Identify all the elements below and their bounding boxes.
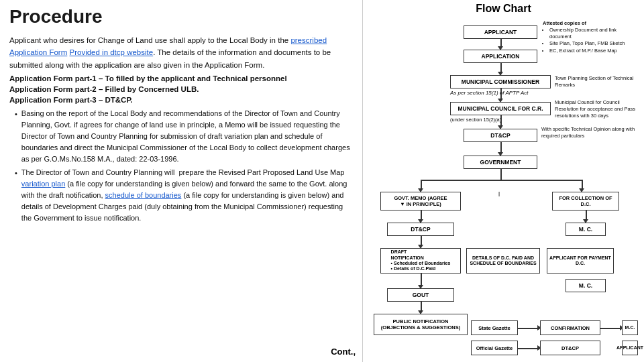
fc-confirmation: CONFIRMATION [540,320,600,335]
fc-dtcp: DT&CP [464,129,537,142]
arrow-dtcp2-to-draft [421,236,422,245]
arrow-right-branch [582,180,583,189]
fc-application: APPLICATION [464,50,537,63]
fc-note-specific: With specific Technical Opinion along wi… [541,126,642,139]
cont-label: Cont., [331,347,356,357]
fc-govt-memo: GOVT. MEMO (AGREE▼ IN PRINCIPLE) [380,192,461,210]
form-part-1: Application Form part-1 – To filled by t… [9,74,353,82]
fc-government: GOVERNMENT [464,156,537,169]
fc-dtacp-final: DT&CP [540,341,600,355]
fc-note-town-planning: Town Planning Section of Technical Remar… [555,75,642,88]
fc-applicant: APPLICANT [464,25,537,39]
arrow-official-to-dtacp [518,348,538,349]
bullet-1: • Basing on the report of the Local Body… [15,108,353,165]
fc-mc2: M. C. [566,279,606,292]
fc-applicant-final: APPLICANT [622,341,638,355]
fc-mc-final: M.C. [622,320,638,335]
flow-chart: APPLICANT Attested copies of Ownership D… [367,17,641,359]
fc-gout: GOUT [387,288,454,302]
arrow-confirm-to-mcfinal [600,328,621,329]
fc-applicant-payment: APPLICANT FOR PAYMENT D.C. [547,248,614,274]
link-schedule-boundaries[interactable]: schedule of boundaries [105,191,182,199]
arrow-appform-to-mc [500,63,502,72]
arrow-mc-to-council [500,88,502,99]
form-part-3: Application Form part-3 – DT&CP. [9,96,353,104]
fc-note-attested: Attested copies of Ownership Document an… [543,20,640,55]
bullet-symbol-2: • [15,168,17,224]
fc-public-notification: PUBLIC NOTIFICATION (OBJECTIONS & SUGGES… [374,314,468,335]
fc-separator: | [498,190,500,196]
form-part-2: Application Form part-2 – Filled by Conc… [9,85,353,93]
bullet-1-text: Basing on the report of the Local Body a… [21,108,353,165]
bullet-2-text: The Director of Town and Country Plannin… [21,167,353,224]
fc-mc1: M. C. [566,223,606,236]
fc-municipal-council: MUNICIPAL COUNCIL FOR C.R. [450,102,551,115]
arrow-dtcp-to-govt [500,142,502,153]
fc-details-dc: DETAILS OF D.C. PAID AND SCHEDULE OF BOU… [466,248,540,274]
fc-official-gazette: Official Gazette [471,341,518,355]
arrow-memo-to-dtcp2 [421,210,422,220]
fc-state-gazette: State Gazette [471,320,518,335]
bullet-2: • The Director of Town and Country Plann… [15,167,353,224]
page-title: Procedure [9,7,353,27]
arrow-gout-to-public [421,302,422,311]
arrow-govt-down [500,169,502,180]
paragraph-intro: Applicant who desires for Change of Land… [9,36,290,44]
link-variation-plan[interactable]: variation plan [21,180,65,188]
arrow-council-to-dtcp [500,115,502,126]
fc-dtcp2: DT&CP [387,223,454,236]
fc-for-collection: FOR COLLECTION OF D.C. [552,192,619,210]
arrow-govt-horiz [421,180,582,181]
flow-chart-title: Flow Chart [367,3,640,15]
arrow-state-to-confirm [518,328,538,329]
fc-draft-notification: DRAFT NOTIFICATION • Scheduled of Bounda… [380,248,461,274]
arrow-draft-to-gout [421,274,422,286]
fc-municipal-commissioner: MUNICIPAL COMMISSIONER [450,75,551,88]
fc-note-as-per: As per section 15(1) of APTP Act [450,90,618,96]
link-dtcp-website[interactable]: Provided in dtcp website [70,48,154,56]
arrow-left-branch [421,180,422,189]
fc-note-under-section: (under section 15(2)(a) [450,117,584,123]
arrow-fc-to-mc1 [586,210,587,220]
fc-note-council: Municipal Council for Council Resolution… [555,99,642,119]
bullet-symbol-1: • [15,109,17,165]
